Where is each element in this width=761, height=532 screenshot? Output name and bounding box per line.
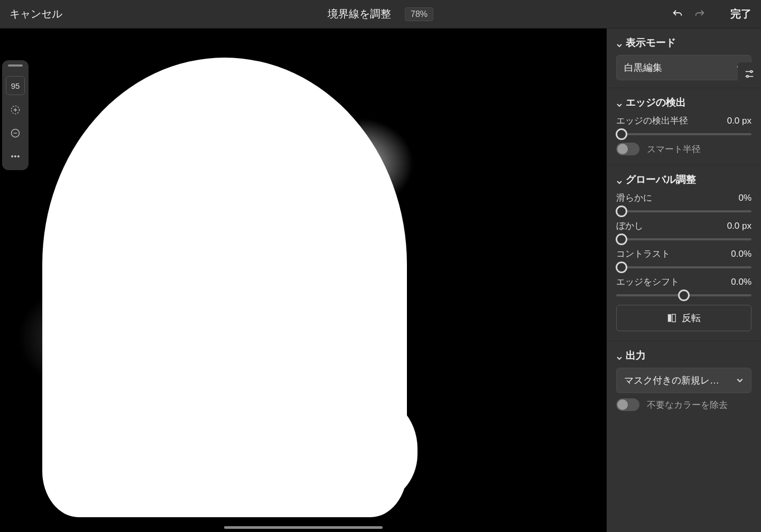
param-value: 0.0% [731,249,751,259]
mask-preview-hand [312,393,417,504]
more-horizontal-icon [10,151,21,162]
chevron-down-icon [616,176,623,183]
param-label: エッジをシフト [616,276,679,288]
section-header-view-mode[interactable]: 表示モード [616,36,751,50]
section-header-edge-detect[interactable]: エッジの検出 [616,96,751,109]
param-smooth: 滑らかに 0% [616,192,751,204]
slider-thumb[interactable] [616,262,627,273]
param-label: ぼかし [616,220,643,232]
svg-rect-6 [672,314,675,322]
param-value: 0.0% [731,277,751,287]
add-selection-button[interactable] [6,101,25,118]
page-title: 境界線を調整 [328,7,391,21]
dropdown-value: マスク付きの新規レ… [624,374,719,387]
param-edge-radius: エッジの検出半径 0.0 px [616,115,751,127]
param-label: エッジの検出半径 [616,115,688,127]
home-indicator [224,526,383,529]
canvas[interactable] [0,29,607,532]
slider-thumb[interactable] [616,128,627,140]
svg-point-2 [12,156,13,157]
param-value: 0.0 px [727,221,751,231]
section-title: エッジの検出 [626,96,686,109]
left-toolbar: 95 [2,60,29,170]
section-global: グローバル調整 滑らかに 0% ぼかし 0.0 px コントラスト 0.0% [607,165,761,341]
section-title: 出力 [626,349,646,362]
chevron-down-icon [616,40,623,46]
minus-circle-icon [10,128,21,138]
view-mode-dropdown[interactable]: 白黒編集 [616,55,751,80]
toggle-knob [617,399,628,410]
slider-thumb[interactable] [616,234,627,245]
invert-icon [667,313,676,323]
param-value: 0% [738,193,751,203]
slider-contrast[interactable] [616,266,751,268]
param-contrast: コントラスト 0.0% [616,248,751,260]
param-shift-edge: エッジをシフト 0.0% [616,276,751,288]
dropdown-value: 白黒編集 [624,61,662,74]
brush-size-value: 95 [11,81,20,90]
toggle-knob [617,144,628,154]
section-output: 出力 マスク付きの新規レ… 不要なカラーを除去 [607,341,761,421]
svg-point-4 [18,156,20,157]
redo-button [692,7,707,22]
svg-rect-5 [668,314,671,322]
undo-icon [672,8,683,20]
toggle-label: 不要なカラーを除去 [647,399,728,411]
section-edge-detect: エッジの検出 エッジの検出半径 0.0 px スマート半径 [607,88,761,165]
svg-point-3 [15,156,16,157]
plus-circle-dashed-icon [10,105,21,115]
param-blur: ぼかし 0.0 px [616,220,751,232]
toggle-label: スマート半径 [647,143,701,155]
svg-point-8 [747,76,749,78]
properties-panel: 表示モード 白黒編集 エッジの検出 エッジの検出半径 0.0 px [607,29,761,532]
slider-thumb[interactable] [678,290,690,301]
slider-edge-radius[interactable] [616,133,751,135]
section-title: グローバル調整 [626,173,696,186]
param-label: 滑らかに [616,192,652,204]
done-button[interactable]: 完了 [730,7,751,21]
subtract-selection-button[interactable] [6,125,25,142]
slider-thumb[interactable] [616,206,627,217]
cancel-button[interactable]: キャンセル [10,7,62,21]
chevron-down-icon [736,377,744,384]
more-tools-button[interactable] [6,148,25,165]
panel-toggle-button[interactable] [738,62,761,86]
param-value: 0.0 px [727,116,751,126]
svg-point-7 [750,71,753,73]
toggle-decontaminate[interactable] [616,398,639,411]
output-dropdown[interactable]: マスク付きの新規レ… [616,368,751,393]
undo-button[interactable] [670,7,685,22]
brush-size-button[interactable]: 95 [6,76,25,95]
zoom-badge[interactable]: 78% [405,7,433,21]
section-header-output[interactable]: 出力 [616,349,751,362]
param-label: コントラスト [616,248,670,260]
slider-shift-edge[interactable] [616,294,751,296]
row-decontaminate: 不要なカラーを除去 [616,398,751,411]
drag-handle-icon[interactable] [8,64,23,67]
sliders-icon [744,68,755,80]
top-bar: キャンセル 境界線を調整 78% 完了 [0,0,761,29]
section-header-global[interactable]: グローバル調整 [616,173,751,186]
invert-button[interactable]: 反転 [616,305,751,331]
redo-icon [694,8,706,20]
slider-smooth[interactable] [616,210,751,212]
chevron-down-icon [616,99,623,106]
slider-blur[interactable] [616,238,751,240]
row-smart-radius: スマート半径 [616,143,751,155]
toggle-smart-radius[interactable] [616,143,639,155]
chevron-down-icon [616,352,623,359]
invert-label: 反転 [682,312,701,324]
section-title: 表示モード [626,36,676,50]
